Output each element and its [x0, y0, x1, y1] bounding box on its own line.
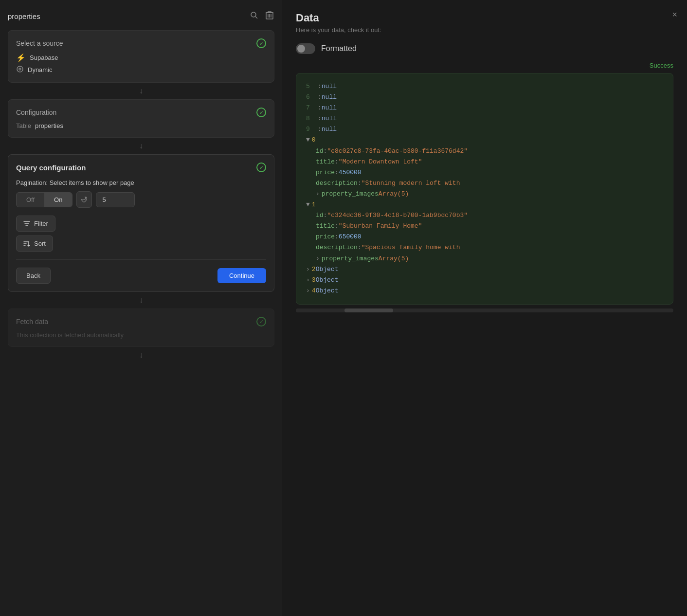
code-line-7: 7 : null [306, 103, 663, 113]
sort-label: Sort [34, 240, 46, 247]
obj-1-images: › property_images Array(5) [306, 254, 663, 264]
svg-point-7 [17, 66, 23, 72]
code-line-5: 5 : null [306, 81, 663, 92]
close-button[interactable]: × [672, 10, 677, 20]
obj-1-id: id : "c324dc36-9f30-4c18-b700-1ab9bdc70b… [306, 210, 663, 221]
search-icon [250, 11, 258, 19]
sort-icon [23, 241, 30, 247]
config-table-row: Table properties [16, 122, 266, 129]
config-card-title: Configuration [16, 109, 56, 116]
expand-2[interactable]: › [306, 264, 310, 275]
arrow-3: ↓ [8, 292, 274, 308]
toggle-on-button[interactable]: On [44, 193, 72, 207]
filter-button[interactable]: Filter [16, 216, 55, 232]
wrench-icon [81, 196, 88, 203]
code-line-9: 9 : null [306, 124, 663, 135]
query-check-icon: ✓ [256, 163, 266, 172]
continue-button[interactable]: Continue [217, 268, 266, 283]
arrow-1: ↓ [8, 83, 274, 99]
search-button[interactable] [249, 10, 259, 22]
config-table-label: Table [16, 122, 31, 129]
config-card-header: Configuration ✓ [16, 108, 266, 117]
query-config-card: Query configuration ✓ Pagination: Select… [8, 154, 274, 292]
source-card-title: Select a source [16, 39, 63, 47]
source-card: Select a source ✓ ⚡ Supabase Dynamic [8, 30, 274, 83]
code-line-6: 6 : null [306, 92, 663, 103]
arrow-4: ↓ [8, 347, 274, 363]
trash-icon [266, 11, 273, 19]
card-divider [16, 259, 266, 260]
source-card-header: Select a source ✓ [16, 38, 266, 48]
obj-0-id: id : "e8c027c8-73fa-40ac-b380-f11a3676d4… [306, 146, 663, 157]
source-check-icon: ✓ [256, 38, 266, 48]
data-title: Data [296, 12, 673, 24]
fetch-data-card: Fetch data ✓ This collection is fetched … [8, 308, 274, 347]
obj-0-price: price : 450000 [306, 167, 663, 178]
right-panel: × Data Here is your data, check it out: … [282, 0, 687, 616]
panel-title: properties [8, 12, 40, 20]
collapse-0[interactable]: ▼ [306, 135, 310, 145]
object-1-header: ▼ 1 [306, 199, 663, 210]
object-2-collapsed: › 2 Object [306, 264, 663, 275]
expand-4[interactable]: › [306, 286, 310, 296]
fetch-card-header: Fetch data ✓ [16, 317, 266, 326]
obj-0-images: › property_images Array(5) [306, 189, 663, 199]
pagination-controls: Off On [16, 191, 266, 208]
svg-line-1 [255, 17, 257, 18]
obj-0-title: title : "Modern Downtown Loft" [306, 157, 663, 167]
source-items: ⚡ Supabase Dynamic [16, 53, 266, 74]
dynamic-icon [16, 65, 24, 74]
wrench-button[interactable] [76, 191, 92, 208]
fetch-check-icon: ✓ [256, 317, 266, 326]
panel-title-icons [249, 10, 274, 22]
obj-1-title: title : "Suburban Family Home" [306, 221, 663, 232]
config-check-icon: ✓ [256, 108, 266, 117]
fetch-card-title: Fetch data [16, 318, 48, 326]
code-block: 5 : null 6 : null 7 : null 8 : null 9 : … [296, 73, 673, 305]
svg-point-8 [19, 68, 21, 70]
page-size-input[interactable] [96, 192, 135, 207]
scrollbar-area [296, 308, 673, 312]
supabase-label: Supabase [30, 54, 58, 61]
pagination-toggle: Off On [16, 192, 72, 207]
expand-images-1[interactable]: › [316, 254, 320, 264]
success-badge: Success [296, 62, 673, 69]
source-item-supabase[interactable]: ⚡ Supabase [16, 53, 266, 62]
data-subtitle: Here is your data, check it out: [296, 26, 673, 34]
obj-1-price: price : 650000 [306, 232, 663, 242]
supabase-icon: ⚡ [16, 53, 26, 62]
query-config-title: Query configuration [16, 163, 86, 172]
scrollbar-thumb[interactable] [344, 308, 393, 312]
expand-3[interactable]: › [306, 275, 310, 286]
back-button[interactable]: Back [16, 268, 51, 284]
action-buttons: Filter Sort [16, 216, 266, 252]
sort-button[interactable]: Sort [16, 236, 53, 252]
query-config-header: Query configuration ✓ [16, 163, 266, 172]
svg-point-0 [251, 12, 256, 17]
panel-title-row: properties [8, 10, 274, 22]
formatted-label: Formatted [321, 44, 357, 53]
object-0-header: ▼ 0 [306, 135, 663, 145]
card-footer: Back Continue [16, 268, 266, 284]
obj-1-description: description : "Spacious family home with [306, 242, 663, 253]
delete-button[interactable] [265, 10, 274, 22]
formatted-row: Formatted [296, 43, 673, 54]
toggle-off-button[interactable]: Off [17, 193, 44, 207]
source-item-dynamic[interactable]: Dynamic [16, 65, 266, 74]
arrow-2: ↓ [8, 138, 274, 154]
obj-0-description: description : "Stunning modern loft with [306, 178, 663, 189]
object-3-collapsed: › 3 Object [306, 275, 663, 286]
expand-images-0[interactable]: › [316, 189, 320, 199]
filter-icon [23, 221, 30, 227]
config-table-value: properties [35, 122, 63, 129]
left-panel: properties Select [0, 0, 282, 616]
pagination-label: Pagination: Select items to show per pag… [16, 179, 266, 186]
object-4-collapsed: › 4 Object [306, 286, 663, 296]
dynamic-label: Dynamic [28, 66, 53, 73]
config-card: Configuration ✓ Table properties [8, 99, 274, 138]
formatted-toggle[interactable] [296, 43, 315, 54]
code-line-8: 8 : null [306, 113, 663, 124]
fetch-description: This collection is fetched automatically [16, 331, 266, 339]
collapse-1[interactable]: ▼ [306, 199, 310, 210]
filter-label: Filter [34, 220, 48, 227]
